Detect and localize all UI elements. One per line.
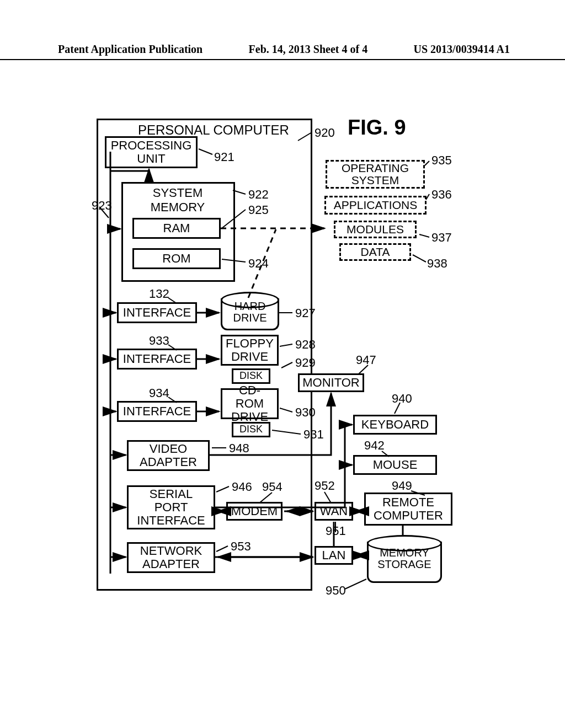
header-left: Patent Application Publication (58, 43, 202, 56)
ref-923: 923 (92, 199, 112, 213)
svg-line-57 (413, 255, 426, 262)
ref-920: 920 (315, 126, 335, 140)
ref-950: 950 (326, 584, 346, 598)
pc-title: PERSONAL COMPUTER (138, 122, 289, 138)
hd-body: HARD DRIVE (221, 298, 279, 330)
lan-box: LAN (315, 546, 353, 565)
ref-938: 938 (427, 256, 447, 271)
cdrom-box: CD-ROM DRIVE (221, 388, 279, 419)
mouse-box: MOUSE (353, 455, 437, 475)
rom-box: ROM (132, 248, 221, 269)
svg-line-47 (324, 492, 331, 503)
ref-929: 929 (295, 356, 316, 370)
keyboard-box: KEYBOARD (353, 415, 437, 435)
ref-935: 935 (431, 153, 452, 168)
interface-3-box: INTERFACE (117, 401, 197, 422)
os-box: OPERATING SYSTEM (326, 160, 425, 189)
svg-line-54 (425, 161, 429, 165)
cdrom-disk: DISK (232, 422, 270, 437)
network-adapter-box: NETWORK ADAPTER (127, 542, 215, 573)
system-memory-label: SYSTEM MEMORY (139, 186, 216, 215)
video-adapter-box: VIDEO ADAPTER (127, 440, 210, 471)
monitor-box: MONITOR (298, 373, 364, 392)
modem-box: MODEM (226, 502, 282, 521)
interface-1-box: INTERFACE (117, 302, 197, 323)
svg-line-56 (419, 234, 429, 237)
ref-946: 946 (232, 480, 252, 494)
wan-box: WAN (315, 502, 353, 521)
ref-948: 948 (229, 441, 249, 456)
ram-box: RAM (132, 218, 221, 239)
ref-952: 952 (315, 479, 335, 493)
floppy-box: FLOPPY DRIVE (221, 335, 279, 366)
hd-label: HARD DRIVE (222, 301, 278, 324)
ref-930: 930 (295, 405, 316, 420)
header-center: Feb. 14, 2013 Sheet 4 of 4 (249, 43, 368, 56)
ref-922: 922 (248, 188, 269, 202)
ref-940: 940 (392, 392, 412, 406)
data-box: DATA (339, 243, 411, 261)
ref-132: 132 (149, 287, 169, 301)
mem-label: MEMORY STORAGE (369, 547, 440, 570)
header-right: US 2013/0039414 A1 (414, 43, 510, 56)
ref-954: 954 (262, 480, 282, 494)
ref-933: 933 (149, 334, 169, 348)
mem-body: MEMORY STORAGE (367, 542, 442, 583)
page-header: Patent Application Publication Feb. 14, … (0, 43, 565, 60)
ref-937: 937 (431, 231, 452, 245)
ref-921: 921 (214, 150, 234, 164)
ref-924: 924 (248, 256, 269, 271)
interface-2-box: INTERFACE (117, 349, 197, 370)
apps-box: APPLICATIONS (324, 196, 427, 215)
ref-953: 953 (231, 539, 251, 554)
svg-line-53 (345, 579, 366, 589)
ref-931: 931 (303, 427, 324, 442)
ref-925: 925 (248, 203, 269, 217)
ref-927: 927 (295, 306, 316, 320)
figure-title: FIG. 9 (348, 116, 406, 140)
processing-unit-box: PROCESSING UNIT (105, 136, 198, 168)
remote-computer-box: REMOTE COMPUTER (364, 493, 452, 526)
floppy-disk: DISK (232, 368, 270, 384)
ref-942: 942 (364, 438, 385, 453)
ref-949: 949 (392, 479, 412, 493)
mods-box: MODULES (334, 221, 417, 238)
ref-951: 951 (326, 524, 346, 538)
ref-928: 928 (295, 338, 316, 352)
serial-port-box: SERIAL PORT INTERFACE (127, 485, 215, 529)
ref-947: 947 (356, 353, 376, 367)
ref-936: 936 (431, 188, 452, 202)
ref-934: 934 (149, 386, 169, 400)
